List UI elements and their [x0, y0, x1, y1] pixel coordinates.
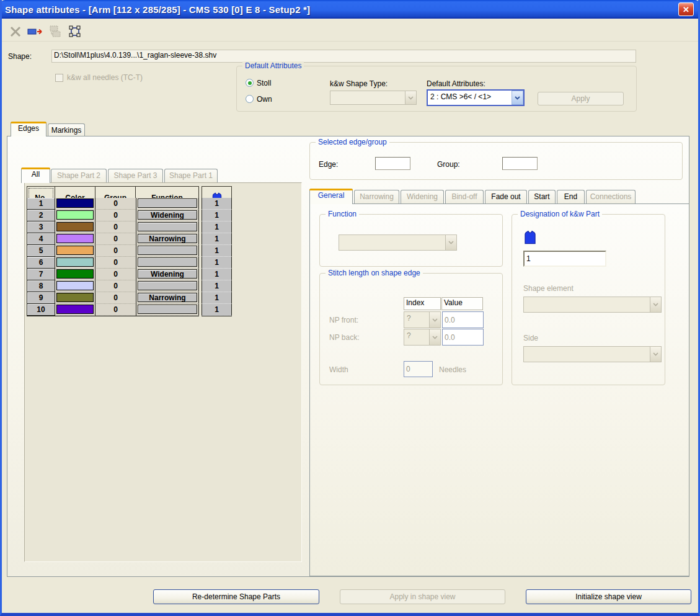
color-cell[interactable] [55, 280, 95, 292]
group-cell[interactable]: 0 [95, 221, 136, 233]
part-tab-all[interactable]: All [21, 167, 50, 183]
kw-part-cell[interactable]: 1 [202, 257, 232, 269]
function-cell[interactable] [136, 198, 199, 210]
kw-shape-type-value [330, 91, 405, 105]
color-cell[interactable] [55, 245, 95, 257]
copy-parts-icon [48, 25, 62, 38]
group-cell[interactable]: 0 [95, 280, 136, 292]
kw-part-cell[interactable]: 1 [202, 198, 232, 210]
function-button[interactable] [138, 281, 197, 290]
np-back-value-field [442, 329, 484, 346]
function-cell[interactable]: Narrowing [136, 233, 199, 245]
width-label: Width [329, 365, 348, 374]
function-button[interactable] [138, 222, 197, 231]
width-field [404, 361, 433, 377]
kw-part-cell[interactable]: 1 [202, 304, 232, 316]
group-cell[interactable]: 0 [95, 233, 136, 245]
kw-part-cell[interactable]: 1 [202, 233, 232, 245]
kw-part-cell[interactable]: 1 [202, 245, 232, 257]
row-number-cell[interactable]: 2 [27, 210, 55, 221]
row-number-cell[interactable]: 3 [27, 221, 55, 233]
general-tab-panel: Function Stitch length on shape edge Ind… [309, 203, 689, 576]
selection-frame-button[interactable] [66, 24, 83, 38]
shape-path-field[interactable]: D:\Stoll\M1plus\4.0.139...\1_raglan-slee… [51, 50, 636, 63]
tab-end[interactable]: End [557, 190, 585, 204]
function-button[interactable]: Narrowing [138, 293, 197, 302]
group-cell[interactable]: 0 [95, 269, 136, 280]
default-attributes-groupbox: Default Attributes Stoll Own k&w Shape T… [236, 66, 637, 112]
function-cell[interactable] [136, 245, 199, 257]
function-button[interactable]: Widening [138, 210, 197, 220]
function-cell[interactable]: Narrowing [136, 292, 199, 304]
redetermine-shape-parts-button[interactable]: Re-determine Shape Parts [153, 589, 319, 604]
close-button[interactable]: ✕ [678, 2, 694, 16]
chevron-down-icon[interactable] [512, 91, 523, 105]
row-number-cell[interactable]: 6 [27, 257, 55, 269]
color-swatch [56, 234, 94, 243]
function-cell[interactable] [136, 304, 199, 316]
tab-edges[interactable]: Edges [11, 122, 47, 136]
row-number-cell[interactable]: 9 [27, 292, 55, 304]
kw-part-name-field[interactable] [523, 251, 606, 267]
color-cell[interactable] [55, 198, 95, 210]
row-number-cell[interactable]: 7 [27, 269, 55, 280]
kw-part-cell[interactable]: 1 [202, 269, 232, 280]
group-cell[interactable]: 0 [95, 304, 136, 316]
color-cell[interactable] [55, 304, 95, 316]
kw-part-cell[interactable]: 1 [202, 280, 232, 292]
kw-shape-type-label: k&w Shape Type: [330, 79, 388, 88]
color-cell[interactable] [55, 221, 95, 233]
kw-part-cell[interactable]: 1 [202, 292, 232, 304]
designation-group-title: Designation of k&w Part [518, 210, 602, 218]
row-number-cell[interactable]: 8 [27, 280, 55, 292]
stoll-radio-label: Stoll [257, 79, 271, 87]
function-cell[interactable] [136, 257, 199, 269]
group-cell[interactable]: 0 [95, 257, 136, 269]
kw-part-icon [523, 230, 537, 244]
function-button[interactable] [138, 246, 197, 255]
group-cell[interactable]: 0 [95, 245, 136, 257]
tab-markings[interactable]: Markings [48, 123, 85, 136]
tab-general[interactable]: General [309, 189, 353, 204]
shape-attributes-dialog: Shape attributes - [Arm [112 x 285/285] … [0, 0, 700, 616]
function-cell[interactable] [136, 280, 199, 292]
row-number-cell[interactable]: 1 [27, 198, 55, 210]
kw-part-cell[interactable]: 1 [202, 221, 232, 233]
color-cell[interactable] [55, 210, 95, 221]
group-cell[interactable]: 0 [95, 198, 136, 210]
stoll-radio[interactable] [246, 79, 254, 87]
tab-fade-out[interactable]: Fade out [485, 190, 527, 204]
color-cell[interactable] [55, 269, 95, 280]
edge-field[interactable] [375, 157, 410, 170]
own-radio[interactable] [246, 95, 254, 103]
color-cell[interactable] [55, 233, 95, 245]
color-swatch [56, 257, 94, 267]
group-field[interactable] [502, 157, 538, 170]
function-button[interactable] [138, 305, 197, 314]
tab-widening: Widening [401, 190, 444, 204]
transfer-attributes-button[interactable] [27, 24, 43, 38]
window-title: Shape attributes - [Arm [112 x 285/285] … [0, 4, 310, 15]
default-attributes-combo[interactable]: 2 : CMS >6< / <1> [427, 89, 525, 106]
function-cell[interactable]: Widening [136, 210, 199, 221]
copy-shape-parts-button [47, 24, 63, 38]
function-cell[interactable] [136, 221, 199, 233]
color-cell[interactable] [55, 257, 95, 269]
tab-start[interactable]: Start [528, 190, 556, 204]
function-button[interactable]: Widening [138, 269, 197, 279]
function-cell[interactable]: Widening [136, 269, 199, 280]
color-cell[interactable] [55, 292, 95, 304]
function-button[interactable]: Narrowing [138, 234, 197, 243]
row-number-cell[interactable]: 5 [27, 245, 55, 257]
function-button[interactable] [138, 257, 197, 267]
row-number-cell[interactable]: 10 [27, 304, 55, 316]
group-cell[interactable]: 0 [95, 292, 136, 304]
color-swatch [56, 293, 94, 302]
default-attributes-combo-value: 2 : CMS >6< / <1> [428, 91, 512, 105]
function-groupbox: Function [319, 214, 503, 267]
group-cell[interactable]: 0 [95, 210, 136, 221]
function-button[interactable] [138, 199, 197, 208]
kw-part-cell[interactable]: 1 [202, 210, 232, 221]
row-number-cell[interactable]: 4 [27, 233, 55, 245]
initialize-shape-view-button[interactable]: Initialize shape view [526, 589, 691, 604]
